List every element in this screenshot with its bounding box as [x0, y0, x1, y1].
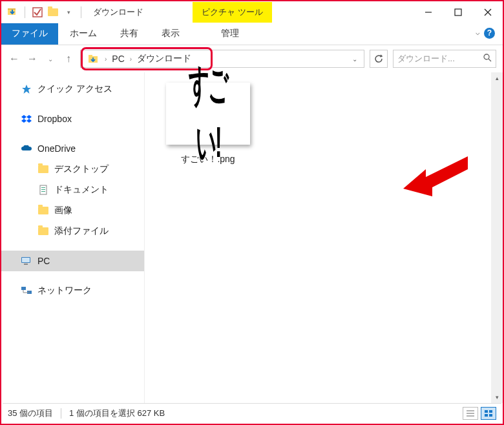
refresh-button[interactable] — [370, 50, 388, 68]
search-placeholder: ダウンロード... — [397, 53, 455, 65]
tab-view[interactable]: 表示 — [150, 23, 191, 45]
nav-quick-access[interactable]: クイック アクセス — [1, 79, 144, 99]
svg-rect-32 — [485, 410, 488, 413]
folder-small-icon[interactable] — [47, 6, 59, 18]
svg-marker-14 — [21, 119, 26, 123]
vertical-scrollbar[interactable]: ▴ ▾ — [491, 72, 503, 403]
document-icon — [37, 184, 49, 196]
onedrive-icon — [21, 143, 32, 154]
svg-marker-11 — [22, 85, 31, 94]
svg-marker-12 — [21, 115, 26, 119]
help-icon: ? — [484, 28, 495, 39]
folder-icon — [37, 225, 49, 237]
scroll-down-icon[interactable]: ▾ — [491, 391, 503, 403]
status-item-count: 35 個の項目 — [8, 408, 53, 419]
dropbox-icon — [21, 113, 32, 125]
folder-icon — [37, 163, 49, 175]
svg-rect-35 — [489, 414, 492, 417]
tab-file[interactable]: ファイル — [1, 23, 58, 45]
nav-pc[interactable]: PC — [1, 251, 144, 271]
view-details-button[interactable] — [463, 407, 478, 420]
svg-rect-33 — [489, 410, 492, 413]
folder-icon — [37, 205, 49, 216]
nav-back-button[interactable]: ← — [8, 53, 21, 65]
nav-label: Dropbox — [37, 114, 72, 124]
chevron-right-icon[interactable]: › — [103, 56, 108, 63]
nav-label: 添付ファイル — [54, 225, 109, 237]
nav-forward-button[interactable]: → — [26, 53, 39, 65]
content-area[interactable]: すごい! すごい！.png ▴ ▾ — [145, 72, 503, 403]
maximize-button[interactable] — [443, 3, 473, 22]
nav-up-button[interactable]: ↑ — [62, 53, 75, 65]
nav-network[interactable]: ネットワーク — [1, 280, 144, 301]
chevron-right-icon[interactable]: › — [129, 56, 133, 63]
svg-rect-23 — [21, 287, 26, 290]
svg-rect-8 — [89, 55, 92, 57]
app-icon — [6, 6, 18, 18]
thumbnail-text: すごい! — [176, 56, 240, 171]
nav-label: OneDrive — [37, 143, 76, 154]
svg-line-10 — [488, 59, 491, 61]
nav-label: ネットワーク — [37, 285, 92, 296]
status-selection: 1 個の項目を選択 627 KB — [69, 408, 165, 419]
svg-rect-4 — [455, 9, 461, 16]
network-icon — [21, 285, 32, 296]
nav-label: クイック アクセス — [37, 83, 112, 95]
file-item[interactable]: すごい! すごい！.png — [163, 83, 253, 165]
svg-rect-19 — [41, 191, 45, 192]
svg-rect-1 — [8, 8, 16, 10]
nav-label: 画像 — [54, 205, 72, 216]
nav-label: ドキュメント — [54, 184, 109, 196]
svg-rect-22 — [24, 264, 28, 265]
help-button[interactable]: ? — [484, 23, 503, 45]
nav-history-dropdown[interactable]: ⌄ — [44, 56, 57, 63]
quick-access-icon — [21, 83, 32, 95]
navigation-pane: クイック アクセス Dropbox OneDrive デスクトップ ドキュメント — [1, 72, 145, 403]
nav-onedrive[interactable]: OneDrive — [1, 138, 144, 159]
pc-icon — [21, 255, 32, 267]
properties-icon[interactable] — [32, 6, 43, 18]
svg-marker-13 — [26, 115, 32, 119]
breadcrumb-pc[interactable]: PC — [112, 54, 124, 64]
svg-rect-18 — [41, 189, 45, 190]
nav-onedrive-desktop[interactable]: デスクトップ — [1, 159, 144, 180]
scroll-up-icon[interactable]: ▴ — [491, 72, 503, 84]
window-title: ダウンロード — [89, 6, 143, 18]
search-icon — [483, 54, 492, 64]
contextual-tab-header: ピクチャ ツール — [193, 2, 272, 23]
minimize-button[interactable] — [414, 3, 443, 22]
qat-dropdown-icon[interactable]: ▾ — [63, 6, 74, 18]
status-separator — [61, 408, 61, 419]
annotation-arrow — [403, 156, 474, 204]
svg-rect-34 — [485, 414, 488, 417]
nav-onedrive-pictures[interactable]: 画像 — [1, 200, 144, 221]
nav-label: デスクトップ — [54, 163, 109, 175]
nav-dropbox[interactable]: Dropbox — [1, 109, 144, 129]
nav-onedrive-attachments[interactable]: 添付ファイル — [1, 221, 144, 242]
close-button[interactable] — [473, 3, 503, 22]
svg-rect-17 — [41, 187, 45, 188]
status-bar: 35 個の項目 1 個の項目を選択 627 KB — [3, 403, 501, 422]
svg-rect-21 — [22, 258, 30, 262]
ribbon-collapse-icon[interactable]: ⌵ — [476, 23, 484, 45]
svg-point-9 — [484, 54, 489, 59]
svg-marker-15 — [26, 119, 32, 123]
address-folder-icon — [88, 53, 100, 65]
file-thumbnail: すごい! — [166, 83, 250, 145]
svg-marker-28 — [403, 156, 468, 196]
tab-home[interactable]: ホーム — [58, 23, 109, 45]
tab-manage[interactable]: 管理 — [209, 23, 251, 45]
qat-separator — [25, 6, 25, 18]
search-input[interactable]: ダウンロード... — [393, 50, 496, 68]
address-dropdown-icon[interactable]: ⌄ — [348, 56, 361, 63]
nav-onedrive-documents[interactable]: ドキュメント — [1, 180, 144, 200]
nav-label: PC — [37, 256, 50, 266]
qat-separator-2 — [81, 6, 81, 18]
tab-share[interactable]: 共有 — [109, 23, 150, 45]
view-thumbnails-button[interactable] — [481, 407, 496, 420]
